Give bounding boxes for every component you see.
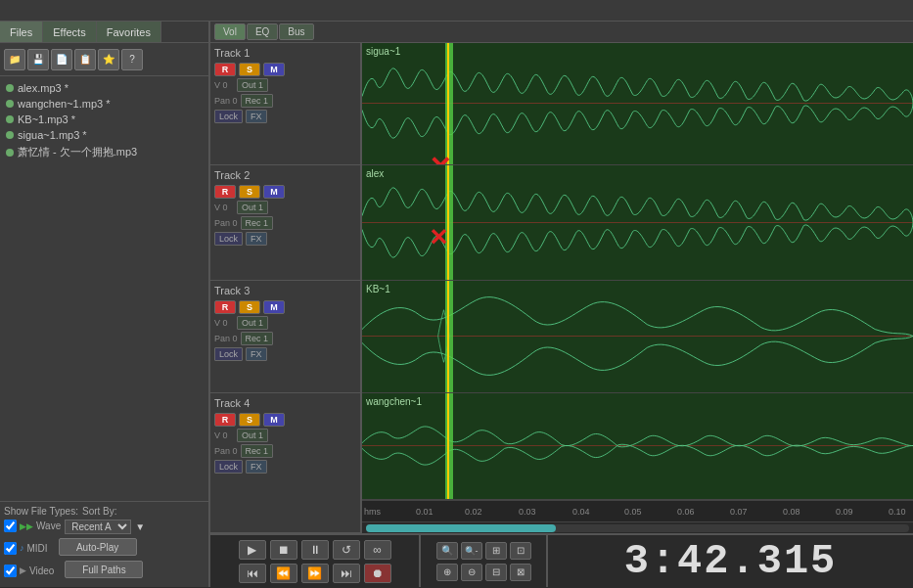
track3-green-bar bbox=[445, 281, 453, 392]
file-dot-icon bbox=[6, 100, 14, 108]
track3-waveform[interactable]: KB~1 bbox=[362, 281, 913, 393]
record-button[interactable]: ⏺ bbox=[364, 564, 391, 583]
auto-play-button[interactable]: Auto-Play bbox=[59, 538, 137, 556]
track1-rec-button[interactable]: Rec 1 bbox=[241, 94, 274, 108]
track3-s-button[interactable]: S bbox=[239, 300, 260, 314]
zoom-fit-v-button[interactable]: ⊟ bbox=[485, 564, 507, 581]
list-item[interactable]: wangchen~1.mp3 * bbox=[2, 96, 206, 112]
zoom-in-v-button[interactable]: ⊕ bbox=[436, 564, 458, 581]
new-button[interactable]: 📄 bbox=[51, 49, 72, 70]
forward-button[interactable]: ⏩ bbox=[301, 564, 329, 583]
scroll-bar[interactable] bbox=[362, 521, 913, 533]
save-button[interactable]: 💾 bbox=[27, 49, 49, 70]
track2-label: Track 2 bbox=[214, 169, 356, 181]
zoom-ext-button[interactable]: ⊡ bbox=[510, 542, 531, 560]
track4-lock-button[interactable]: Lock bbox=[214, 460, 243, 474]
track3-rec-button[interactable]: Rec 1 bbox=[241, 332, 274, 345]
track3-out-button[interactable]: Out 1 bbox=[237, 316, 268, 330]
zoom-in-h-button[interactable]: 🔍 bbox=[436, 542, 458, 560]
scroll-thumb[interactable] bbox=[366, 524, 556, 532]
star-button[interactable]: ⭐ bbox=[98, 49, 119, 70]
zoom-fit-h-button[interactable]: ⊞ bbox=[485, 542, 507, 560]
track2-waveform[interactable]: alex ✕ bbox=[362, 165, 913, 281]
zoom-ext-v-button[interactable]: ⊠ bbox=[510, 564, 531, 581]
go-start-button[interactable]: ⏮ bbox=[239, 564, 266, 583]
transport-controls: ▶ ⏹ ⏸ ↺ ∞ ⏮ ⏪ ⏩ ⏭ ⏺ bbox=[210, 535, 421, 587]
rewind-button[interactable]: ⏪ bbox=[270, 564, 297, 583]
track3-r-button[interactable]: R bbox=[214, 300, 236, 314]
tab-favorites[interactable]: Favorites bbox=[97, 22, 161, 42]
timeline-ruler: hms 0.01 0.02 0.03 0.04 0.05 0.06 0.07 0… bbox=[362, 500, 913, 521]
zoom-out-v-button[interactable]: ⊖ bbox=[461, 564, 482, 581]
track1-waveform[interactable]: sigua~1 ✕ bbox=[362, 43, 913, 165]
list-item[interactable]: 萧忆情 - 欠一个拥抱.mp3 bbox=[2, 143, 206, 161]
tab-effects[interactable]: Effects bbox=[43, 22, 96, 42]
tab-bus[interactable]: Bus bbox=[279, 23, 313, 40]
file-name: wangchen~1.mp3 * bbox=[18, 98, 110, 110]
pause-button[interactable]: ⏸ bbox=[301, 540, 329, 560]
track2-green-bar bbox=[445, 165, 453, 280]
track4-r-button[interactable]: R bbox=[214, 413, 236, 427]
track1-s-button[interactable]: S bbox=[239, 63, 260, 76]
scroll-track[interactable] bbox=[366, 524, 909, 532]
list-item[interactable]: alex.mp3 * bbox=[2, 80, 206, 96]
track4-v-label: V 0 bbox=[214, 430, 234, 440]
track4-s-button[interactable]: S bbox=[239, 413, 260, 427]
track4-m-button[interactable]: M bbox=[263, 413, 285, 427]
track2-r-button[interactable]: R bbox=[214, 185, 236, 199]
help-button[interactable]: ? bbox=[121, 49, 143, 70]
list-item[interactable]: sigua~1.mp3 * bbox=[2, 127, 206, 143]
ruler-004: 0.04 bbox=[572, 507, 590, 517]
zoom-out-h-button[interactable]: 🔍- bbox=[461, 542, 482, 560]
track2-out-button[interactable]: Out 1 bbox=[237, 201, 268, 214]
tab-files[interactable]: Files bbox=[0, 22, 43, 42]
track4-rec-button[interactable]: Rec 1 bbox=[241, 444, 274, 458]
copy-button[interactable]: 📋 bbox=[74, 49, 96, 70]
time-display-area: 3:42.315 bbox=[548, 538, 913, 585]
go-end-button[interactable]: ⏭ bbox=[333, 564, 360, 583]
play-button[interactable]: ▶ bbox=[239, 540, 266, 560]
track1-lock-button[interactable]: Lock bbox=[214, 110, 243, 123]
track1-r-button[interactable]: R bbox=[214, 63, 236, 76]
track3-v-label: V 0 bbox=[214, 318, 234, 328]
top-bar bbox=[0, 0, 913, 22]
track1-out-button[interactable]: Out 1 bbox=[237, 78, 268, 92]
file-tabs: Files Effects Favorites bbox=[0, 22, 208, 43]
file-dot-icon bbox=[6, 149, 14, 157]
open-folder-button[interactable]: 📁 bbox=[4, 49, 25, 70]
track1-m-button[interactable]: M bbox=[263, 63, 285, 76]
track4-fx-button[interactable]: FX bbox=[246, 460, 267, 474]
ruler-006: 0.06 bbox=[677, 507, 695, 517]
track2-fx-button[interactable]: FX bbox=[246, 232, 267, 246]
loop-button[interactable]: ↺ bbox=[333, 540, 360, 560]
file-dot-icon bbox=[6, 131, 14, 139]
tab-eq[interactable]: EQ bbox=[247, 23, 278, 40]
track3-controls: Track 3 R S M V 0 Out 1 Pan 0 Rec 1 bbox=[210, 281, 360, 393]
track4-pan-label: Pan 0 bbox=[214, 446, 238, 456]
list-item[interactable]: KB~1.mp3 * bbox=[2, 112, 206, 127]
track2-m-button[interactable]: M bbox=[263, 185, 285, 199]
waveform-area: sigua~1 ✕ bbox=[362, 43, 913, 533]
auto-loop-button[interactable]: ∞ bbox=[364, 540, 391, 560]
show-file-types-label: Show File Types: bbox=[4, 506, 78, 517]
ruler-hms: hms bbox=[364, 507, 381, 517]
ruler-001: 0.01 bbox=[416, 507, 434, 517]
tab-vol[interactable]: Vol bbox=[214, 23, 246, 40]
sort-select[interactable]: Recent A Name Date Size bbox=[65, 520, 131, 534]
file-toolbar: 📁 💾 📄 📋 ⭐ ? bbox=[0, 43, 208, 76]
stop-button[interactable]: ⏹ bbox=[270, 540, 297, 560]
video-checkbox[interactable] bbox=[4, 565, 17, 577]
track2-lock-button[interactable]: Lock bbox=[214, 232, 243, 246]
full-paths-button[interactable]: Full Paths bbox=[65, 561, 143, 578]
track3-fx-button[interactable]: FX bbox=[246, 347, 267, 361]
track4-waveform[interactable]: wangchen~1 bbox=[362, 393, 913, 500]
track4-out-button[interactable]: Out 1 bbox=[237, 429, 268, 442]
wave-checkbox[interactable] bbox=[4, 520, 17, 532]
track3-lock-button[interactable]: Lock bbox=[214, 347, 243, 361]
track3-m-button[interactable]: M bbox=[263, 300, 285, 314]
track1-fx-button[interactable]: FX bbox=[246, 110, 267, 123]
track2-s-button[interactable]: S bbox=[239, 185, 260, 199]
track2-rec-button[interactable]: Rec 1 bbox=[241, 216, 274, 230]
midi-checkbox[interactable] bbox=[4, 542, 17, 555]
track1-v-label: V 0 bbox=[214, 80, 234, 90]
